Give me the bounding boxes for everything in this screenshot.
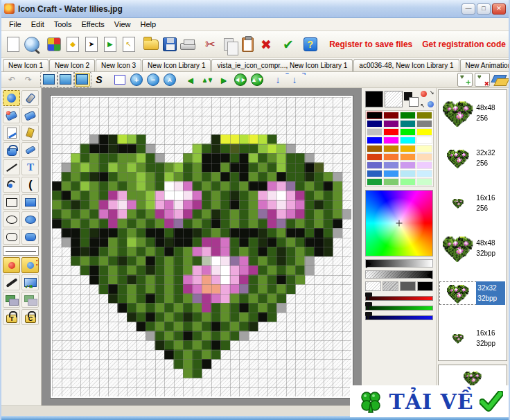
get-code-link[interactable]: Get registration code [422, 40, 506, 49]
tab-6[interactable]: New Animation 1 [460, 59, 510, 71]
fill-tool[interactable] [3, 142, 20, 158]
tab-2[interactable]: New Icon 3 [96, 59, 141, 71]
move-left-button[interactable]: ◄ [183, 73, 198, 87]
image-item-16x16-32bpp[interactable]: 16x1632bpp [439, 315, 507, 360]
palette-swatch[interactable] [367, 170, 382, 177]
cut-button[interactable]: ✂ [202, 34, 219, 55]
capture-screen-button[interactable]: ↖ [120, 34, 137, 55]
image-item-48x48-32bpp[interactable]: 48x4832bpp [439, 225, 507, 270]
foreground-color-button[interactable] [3, 257, 20, 273]
preview-mode-button[interactable] [75, 73, 90, 87]
undo-button[interactable]: ↶ [4, 73, 19, 87]
paste-button[interactable] [239, 34, 256, 55]
zoom-in-button[interactable]: + [129, 73, 144, 87]
palette-swatch[interactable] [400, 128, 416, 136]
menu-edit[interactable]: Edit [26, 19, 49, 30]
line-tool[interactable] [3, 159, 20, 175]
image-item-48x48-256[interactable]: 48x48256 [439, 90, 507, 135]
menu-view[interactable]: View [109, 19, 136, 30]
tab-1[interactable]: New Icon 2 [49, 59, 95, 71]
palette-swatch[interactable] [367, 120, 382, 128]
menu-tools[interactable]: Tools [49, 19, 77, 30]
register-link[interactable]: Register to save files [329, 40, 412, 49]
red-slider-handle[interactable] [365, 292, 372, 297]
tab-0[interactable]: New Icon 1 [3, 59, 49, 71]
copy-button[interactable] [220, 34, 238, 55]
save-button[interactable] [161, 34, 178, 55]
transparent-color-swatch[interactable] [385, 91, 403, 107]
minimize-button[interactable]: — [461, 3, 475, 15]
luminance-marker[interactable] [366, 260, 371, 268]
palette-swatch[interactable] [367, 161, 382, 169]
image-item-32x32-32bpp[interactable]: 32x3232bpp [439, 270, 507, 315]
palette-swatch[interactable] [416, 153, 432, 161]
gradient-tool[interactable] [21, 274, 39, 290]
palette-swatch[interactable] [383, 145, 399, 152]
palette-swatch[interactable] [416, 128, 432, 136]
delete-image-button[interactable]: ♥✖ [475, 73, 490, 87]
smooth-button[interactable]: S [91, 73, 107, 87]
rectangle-tool[interactable] [3, 194, 20, 210]
arc-tool[interactable] [3, 177, 20, 193]
test-icon-button[interactable]: ✔ [279, 34, 297, 55]
maximize-button[interactable]: □ [477, 3, 491, 15]
palette-swatch[interactable] [383, 112, 399, 119]
select-tool[interactable] [3, 90, 20, 106]
palette-swatch[interactable] [383, 137, 399, 144]
filled-rectangle-tool[interactable] [21, 194, 39, 210]
open-button[interactable] [142, 34, 159, 55]
tab-4[interactable]: vista_ie_icon_compr..., New Icon Library… [211, 59, 353, 71]
alpha-marker[interactable] [427, 271, 432, 279]
test-mode-button[interactable] [58, 73, 73, 87]
palette-swatch[interactable] [383, 161, 399, 169]
palette-swatch[interactable] [400, 120, 416, 128]
menu-file[interactable]: File [4, 19, 26, 30]
tab-3[interactable]: New Icon Library 1 [142, 59, 211, 71]
move-vertical-button[interactable]: ▲▼ [200, 73, 215, 87]
curve-tool[interactable]: ( [21, 177, 39, 193]
ellipse-tool[interactable] [3, 211, 20, 227]
palette-swatch[interactable] [416, 178, 432, 186]
palette-swatch[interactable] [367, 178, 382, 186]
pixel-canvas[interactable] [52, 97, 351, 396]
foreground-color-swatch[interactable] [365, 91, 383, 107]
alpha-preset-66[interactable] [400, 281, 416, 291]
menu-help[interactable]: Help [135, 19, 161, 30]
heart-pixel-art[interactable] [52, 97, 351, 396]
palette-swatch[interactable] [416, 161, 432, 169]
new-icon-button[interactable] [5, 34, 22, 55]
add-image-button[interactable]: ♥＋ [457, 73, 473, 87]
alpha-slider[interactable] [365, 270, 433, 279]
palette-swatch[interactable] [383, 153, 399, 161]
palette-swatch[interactable] [383, 128, 399, 136]
eraser-color-tool[interactable] [3, 107, 20, 123]
palette-swatch[interactable] [400, 153, 416, 161]
palette-swatch[interactable] [383, 170, 399, 177]
move-selection-tool[interactable] [21, 292, 39, 308]
background-color-button[interactable]: •• [21, 257, 39, 273]
palette-swatch[interactable] [416, 145, 432, 152]
palette-swatch[interactable] [416, 120, 432, 128]
green-slider[interactable] [365, 306, 433, 310]
green-slider-handle[interactable] [365, 302, 372, 306]
flip-horizontal-button[interactable]: ◄► [233, 73, 248, 87]
flip-vertical-button[interactable]: ▲▼ [249, 73, 265, 87]
alpha-preset-33[interactable] [382, 281, 398, 291]
image-item-16x16-256[interactable]: 16x16256 [439, 180, 507, 225]
blue-slider-handle[interactable] [365, 312, 372, 316]
print-button[interactable] [179, 34, 197, 55]
red-slider[interactable] [365, 296, 433, 301]
lock-transparency-button[interactable]: T [3, 309, 20, 325]
text-tool[interactable]: T [21, 159, 39, 175]
fg-bg-swap-icon[interactable] [404, 91, 419, 107]
extract-icons-button[interactable]: ▶ [101, 34, 118, 55]
shift-down-button[interactable]: ↓− [270, 73, 285, 87]
search-online-button[interactable] [24, 34, 41, 55]
filled-ellipse-tool[interactable] [21, 211, 39, 227]
tab-5[interactable]: ac0036-48, New Icon Library 1 [353, 59, 459, 71]
palette-swatch[interactable] [416, 112, 432, 119]
eraser-tool[interactable] [21, 107, 39, 123]
palette-swatch[interactable] [400, 145, 416, 152]
app-colors-button[interactable] [46, 34, 63, 55]
zoom-fit-button[interactable]: A [162, 73, 177, 87]
